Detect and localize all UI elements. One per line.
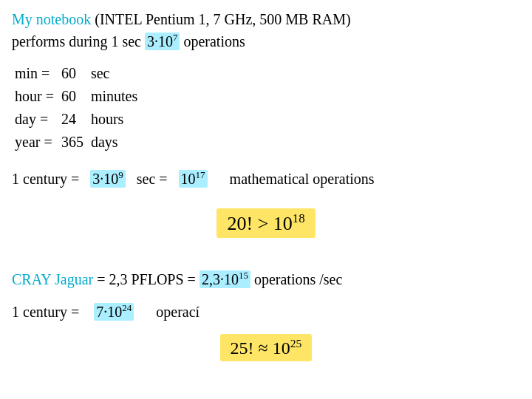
line1: My notebook (INTEL Pentium 1, 7 GHz, 500…: [12, 9, 520, 30]
performs-text: performs during 1 sec: [12, 33, 141, 50]
century1-prefix: 1 century =: [12, 171, 79, 187]
operations-suffix: operations: [183, 33, 245, 50]
factorial1-text: 20! > 10: [227, 213, 292, 234]
cray-ops: operations /sec: [254, 271, 342, 287]
factorial2-box: 25! ≈ 1025: [220, 334, 313, 361]
factorial2-section: 25! ≈ 1025: [12, 334, 520, 361]
notebook-label: My notebook: [12, 11, 91, 27]
table-row: min = 60 sec: [15, 62, 145, 85]
century-line1: 1 century = 3·109 sec = 1017 mathematica…: [12, 167, 520, 191]
century1-hl2: 1017: [179, 170, 208, 188]
factorial1-section: 20! > 1018: [12, 201, 520, 253]
cray-highlight: 2,3·1015: [200, 270, 250, 288]
operations-highlight: 3·107: [145, 33, 180, 50]
century-line2: 1 century = 7·1024 operací: [12, 300, 520, 324]
table-row: year = 365 days: [15, 131, 145, 154]
row-value: 24: [61, 108, 91, 131]
century2-highlight: 7·1024: [94, 303, 134, 321]
row-label: min =: [15, 62, 61, 85]
row-unit: minutes: [91, 85, 145, 108]
row-value: 60: [61, 62, 91, 85]
cray-label: CRAY Jaguar: [12, 271, 93, 287]
table-row: day = 24 hours: [15, 108, 145, 131]
factorial2-text: 25! ≈ 10: [231, 338, 290, 358]
row-unit: hours: [91, 108, 145, 131]
factorial1-exp: 18: [293, 211, 305, 225]
cray-line: CRAY Jaguar = 2,3 PFLOPS = 2,3·1015 oper…: [12, 267, 520, 291]
row-value: 60: [61, 85, 91, 108]
century2-prefix: 1 century =: [12, 304, 79, 320]
century1-hl1: 3·109: [90, 170, 126, 188]
century2-suffix: operací: [156, 304, 200, 320]
row-label: year =: [15, 131, 61, 154]
table-row: hour = 60 minutes: [15, 85, 145, 108]
row-unit: sec: [91, 62, 145, 85]
row-label: day =: [15, 108, 61, 131]
time-table: min = 60 sec hour = 60 minutes day = 24 …: [12, 62, 520, 154]
row-unit: days: [91, 131, 145, 154]
century1-suffix: mathematical operations: [230, 171, 375, 187]
factorial1-box: 20! > 1018: [216, 208, 315, 238]
notebook-desc: (INTEL Pentium 1, 7 GHz, 500 MB RAM): [91, 11, 350, 27]
row-value: 365: [61, 131, 91, 154]
cray-mid: = 2,3 PFLOPS =: [97, 271, 200, 287]
century1-mid: sec =: [137, 171, 168, 187]
line2: performs during 1 sec 3·107 operations: [12, 31, 520, 52]
factorial2-exp: 25: [290, 337, 302, 349]
row-label: hour =: [15, 85, 61, 108]
